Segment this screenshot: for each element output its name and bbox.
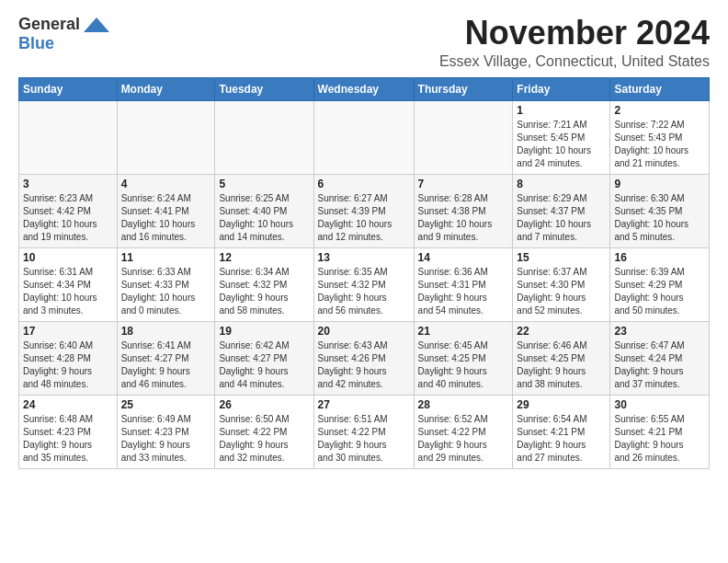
day-number: 12 <box>219 251 309 264</box>
calendar-cell: 19Sunrise: 6:42 AM Sunset: 4:27 PM Dayli… <box>215 321 313 395</box>
calendar-cell: 10Sunrise: 6:31 AM Sunset: 4:34 PM Dayli… <box>19 247 118 321</box>
day-info: Sunrise: 6:33 AM Sunset: 4:33 PM Dayligh… <box>121 266 211 317</box>
day-info: Sunrise: 6:54 AM Sunset: 4:21 PM Dayligh… <box>517 413 606 465</box>
day-info: Sunrise: 6:43 AM Sunset: 4:26 PM Dayligh… <box>318 339 410 391</box>
day-number: 13 <box>318 251 410 264</box>
calendar-cell: 3Sunrise: 6:23 AM Sunset: 4:42 PM Daylig… <box>19 174 118 247</box>
calendar-cell: 17Sunrise: 6:40 AM Sunset: 4:28 PM Dayli… <box>19 321 118 395</box>
day-info: Sunrise: 6:37 AM Sunset: 4:30 PM Dayligh… <box>517 266 606 317</box>
day-info: Sunrise: 6:25 AM Sunset: 4:40 PM Dayligh… <box>219 192 309 244</box>
day-number: 8 <box>517 178 606 190</box>
day-number: 1 <box>517 104 606 117</box>
day-info: Sunrise: 6:46 AM Sunset: 4:25 PM Dayligh… <box>517 339 606 391</box>
calendar-week-5: 24Sunrise: 6:48 AM Sunset: 4:23 PM Dayli… <box>19 395 710 468</box>
day-info: Sunrise: 6:48 AM Sunset: 4:23 PM Dayligh… <box>23 413 113 465</box>
calendar-cell <box>19 100 118 174</box>
day-number: 5 <box>219 178 309 190</box>
day-info: Sunrise: 6:36 AM Sunset: 4:31 PM Dayligh… <box>418 266 509 317</box>
day-number: 25 <box>121 398 211 411</box>
day-number: 2 <box>614 104 705 117</box>
day-number: 15 <box>517 251 606 264</box>
calendar-table: SundayMondayTuesdayWednesdayThursdayFrid… <box>18 77 710 469</box>
calendar-cell: 8Sunrise: 6:29 AM Sunset: 4:37 PM Daylig… <box>513 174 610 247</box>
calendar-header-thursday: Thursday <box>414 77 513 100</box>
calendar-cell: 1Sunrise: 7:21 AM Sunset: 5:45 PM Daylig… <box>513 100 610 174</box>
calendar-header-wednesday: Wednesday <box>313 77 414 100</box>
header: General Blue November 2024 Essex Village… <box>18 15 710 70</box>
page-container: General Blue November 2024 Essex Village… <box>0 0 728 478</box>
day-info: Sunrise: 6:51 AM Sunset: 4:22 PM Dayligh… <box>318 413 410 465</box>
calendar-week-3: 10Sunrise: 6:31 AM Sunset: 4:34 PM Dayli… <box>19 247 710 321</box>
day-number: 28 <box>418 398 509 411</box>
day-info: Sunrise: 6:47 AM Sunset: 4:24 PM Dayligh… <box>614 339 705 391</box>
calendar-cell: 22Sunrise: 6:46 AM Sunset: 4:25 PM Dayli… <box>513 321 610 395</box>
calendar-cell <box>313 100 414 174</box>
day-number: 3 <box>23 178 113 190</box>
day-number: 6 <box>318 178 410 190</box>
calendar-cell: 18Sunrise: 6:41 AM Sunset: 4:27 PM Dayli… <box>117 321 215 395</box>
logo-blue-text: Blue <box>18 34 54 53</box>
calendar-header-tuesday: Tuesday <box>215 77 313 100</box>
day-number: 7 <box>418 178 509 190</box>
day-info: Sunrise: 6:29 AM Sunset: 4:37 PM Dayligh… <box>517 192 606 244</box>
calendar-cell: 21Sunrise: 6:45 AM Sunset: 4:25 PM Dayli… <box>414 321 513 395</box>
calendar-cell: 13Sunrise: 6:35 AM Sunset: 4:32 PM Dayli… <box>313 247 414 321</box>
calendar-week-1: 1Sunrise: 7:21 AM Sunset: 5:45 PM Daylig… <box>19 100 710 174</box>
day-info: Sunrise: 6:39 AM Sunset: 4:29 PM Dayligh… <box>614 266 705 317</box>
calendar-cell: 29Sunrise: 6:54 AM Sunset: 4:21 PM Dayli… <box>513 395 610 468</box>
calendar-header-sunday: Sunday <box>19 77 118 100</box>
calendar-cell: 4Sunrise: 6:24 AM Sunset: 4:41 PM Daylig… <box>117 174 215 247</box>
calendar-header-monday: Monday <box>117 77 215 100</box>
day-number: 29 <box>517 398 606 411</box>
day-info: Sunrise: 6:30 AM Sunset: 4:35 PM Dayligh… <box>614 192 705 244</box>
calendar-cell <box>414 100 513 174</box>
calendar-cell: 16Sunrise: 6:39 AM Sunset: 4:29 PM Dayli… <box>610 247 710 321</box>
day-info: Sunrise: 6:28 AM Sunset: 4:38 PM Dayligh… <box>418 192 509 244</box>
calendar-header-row: SundayMondayTuesdayWednesdayThursdayFrid… <box>19 77 710 100</box>
calendar-cell: 11Sunrise: 6:33 AM Sunset: 4:33 PM Dayli… <box>117 247 215 321</box>
day-number: 23 <box>614 325 705 338</box>
day-info: Sunrise: 6:50 AM Sunset: 4:22 PM Dayligh… <box>219 413 309 465</box>
month-title: November 2024 <box>439 15 710 52</box>
calendar-cell: 12Sunrise: 6:34 AM Sunset: 4:32 PM Dayli… <box>215 247 313 321</box>
day-info: Sunrise: 6:52 AM Sunset: 4:22 PM Dayligh… <box>418 413 509 465</box>
day-info: Sunrise: 6:45 AM Sunset: 4:25 PM Dayligh… <box>418 339 509 391</box>
calendar-cell <box>215 100 313 174</box>
day-number: 19 <box>219 325 309 338</box>
logo-icon <box>82 16 111 34</box>
calendar-cell: 15Sunrise: 6:37 AM Sunset: 4:30 PM Dayli… <box>513 247 610 321</box>
day-info: Sunrise: 6:55 AM Sunset: 4:21 PM Dayligh… <box>614 413 705 465</box>
calendar-cell: 26Sunrise: 6:50 AM Sunset: 4:22 PM Dayli… <box>215 395 313 468</box>
day-info: Sunrise: 6:35 AM Sunset: 4:32 PM Dayligh… <box>318 266 410 317</box>
logo-general-text: General <box>18 15 80 34</box>
day-info: Sunrise: 6:23 AM Sunset: 4:42 PM Dayligh… <box>23 192 113 244</box>
svg-marker-0 <box>84 17 109 32</box>
day-info: Sunrise: 6:27 AM Sunset: 4:39 PM Dayligh… <box>318 192 410 244</box>
day-number: 17 <box>23 325 113 338</box>
day-number: 18 <box>121 325 211 338</box>
day-info: Sunrise: 6:41 AM Sunset: 4:27 PM Dayligh… <box>121 339 211 391</box>
calendar-header-saturday: Saturday <box>610 77 710 100</box>
calendar-cell: 2Sunrise: 7:22 AM Sunset: 5:43 PM Daylig… <box>610 100 710 174</box>
day-number: 21 <box>418 325 509 338</box>
calendar-cell: 9Sunrise: 6:30 AM Sunset: 4:35 PM Daylig… <box>610 174 710 247</box>
day-number: 14 <box>418 251 509 264</box>
calendar-cell: 27Sunrise: 6:51 AM Sunset: 4:22 PM Dayli… <box>313 395 414 468</box>
calendar-cell: 23Sunrise: 6:47 AM Sunset: 4:24 PM Dayli… <box>610 321 710 395</box>
calendar-cell: 14Sunrise: 6:36 AM Sunset: 4:31 PM Dayli… <box>414 247 513 321</box>
day-number: 10 <box>23 251 113 264</box>
calendar-cell: 5Sunrise: 6:25 AM Sunset: 4:40 PM Daylig… <box>215 174 313 247</box>
calendar-week-4: 17Sunrise: 6:40 AM Sunset: 4:28 PM Dayli… <box>19 321 710 395</box>
location-title: Essex Village, Connecticut, United State… <box>439 53 710 70</box>
day-info: Sunrise: 6:40 AM Sunset: 4:28 PM Dayligh… <box>23 339 113 391</box>
day-info: Sunrise: 6:49 AM Sunset: 4:23 PM Dayligh… <box>121 413 211 465</box>
day-info: Sunrise: 6:31 AM Sunset: 4:34 PM Dayligh… <box>23 266 113 317</box>
logo: General Blue <box>18 15 111 53</box>
day-info: Sunrise: 7:21 AM Sunset: 5:45 PM Dayligh… <box>517 119 606 170</box>
day-number: 20 <box>318 325 410 338</box>
title-section: November 2024 Essex Village, Connecticut… <box>439 15 710 70</box>
calendar-cell: 20Sunrise: 6:43 AM Sunset: 4:26 PM Dayli… <box>313 321 414 395</box>
day-number: 26 <box>219 398 309 411</box>
calendar-cell: 28Sunrise: 6:52 AM Sunset: 4:22 PM Dayli… <box>414 395 513 468</box>
day-info: Sunrise: 6:24 AM Sunset: 4:41 PM Dayligh… <box>121 192 211 244</box>
